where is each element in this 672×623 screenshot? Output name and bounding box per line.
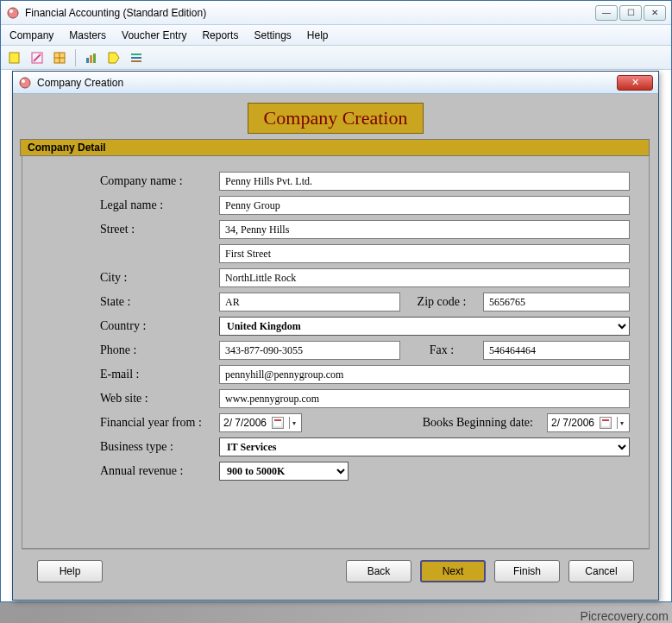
svg-rect-8	[86, 58, 89, 63]
back-button[interactable]: Back	[346, 560, 411, 582]
books-begin-value: 2/ 7/2006	[551, 417, 594, 429]
dialog-title: Company Creation	[37, 77, 617, 89]
svg-rect-14	[131, 60, 141, 62]
menu-help[interactable]: Help	[307, 29, 329, 41]
zip-field[interactable]	[483, 293, 630, 312]
company-name-field[interactable]	[219, 172, 630, 191]
label-email: E-mail :	[100, 368, 212, 381]
svg-rect-20	[602, 419, 609, 421]
books-begin-date[interactable]: 2/ 7/2006 ▾	[547, 413, 630, 432]
label-street: Street :	[100, 223, 212, 236]
biz-type-select[interactable]: IT Services	[219, 437, 630, 456]
svg-point-16	[22, 79, 25, 83]
maximize-button[interactable]: ☐	[619, 5, 642, 21]
svg-rect-10	[93, 53, 96, 63]
app-icon	[6, 6, 20, 20]
menu-company[interactable]: Company	[9, 29, 53, 41]
window-title: Financial Accounting (Standard Edition)	[25, 7, 595, 19]
dialog-close-button[interactable]: ✕	[617, 75, 653, 91]
city-field[interactable]	[219, 268, 630, 287]
svg-rect-9	[90, 55, 92, 63]
svg-rect-12	[131, 53, 141, 55]
label-company-name: Company name :	[100, 174, 212, 188]
menu-reports[interactable]: Reports	[202, 29, 238, 41]
menu-voucher-entry[interactable]: Voucher Entry	[122, 29, 186, 41]
svg-point-1	[9, 9, 13, 13]
close-button[interactable]: ✕	[644, 5, 666, 21]
watermark: Picrecovery.com	[581, 609, 669, 623]
annual-rev-select[interactable]: 900 to 5000K	[219, 462, 349, 481]
main-titlebar: Financial Accounting (Standard Edition) …	[1, 1, 671, 25]
label-phone: Phone :	[100, 343, 212, 357]
tag-icon[interactable]	[105, 49, 122, 66]
svg-point-15	[20, 78, 30, 88]
label-fax: Fax :	[407, 343, 476, 357]
dialog-button-row: Help Back Next Finish Cancel	[22, 549, 650, 593]
menu-masters[interactable]: Masters	[69, 29, 106, 41]
email-field[interactable]	[219, 365, 630, 384]
label-legal-name: Legal name :	[100, 198, 212, 212]
chart-icon[interactable]	[83, 49, 100, 66]
tab-company-detail[interactable]: Company Detail	[20, 139, 650, 156]
calendar-icon[interactable]	[272, 417, 284, 429]
grid-icon[interactable]	[51, 49, 68, 66]
svg-marker-11	[109, 53, 119, 63]
phone-field[interactable]	[219, 341, 400, 360]
toolbar-separator	[75, 49, 76, 66]
window-buttons: — ☐ ✕	[595, 5, 666, 21]
new-file-icon[interactable]	[6, 49, 23, 66]
edit-icon[interactable]	[28, 49, 46, 66]
cancel-button[interactable]: Cancel	[568, 560, 634, 582]
chevron-down-icon[interactable]: ▾	[617, 417, 625, 429]
next-button[interactable]: Next	[420, 560, 486, 582]
form-panel: Company name : Legal name : Street : Cit…	[22, 155, 650, 549]
street1-field[interactable]	[219, 220, 630, 239]
calendar-icon[interactable]	[600, 417, 612, 429]
svg-rect-13	[131, 57, 141, 59]
company-creation-dialog: Company Creation ✕ Company Creation Comp…	[12, 71, 659, 601]
street2-field[interactable]	[219, 244, 630, 263]
label-annual-rev: Annual revenue :	[100, 464, 212, 478]
finish-button[interactable]: Finish	[494, 560, 560, 582]
dialog-body: Company Creation Company Detail Company …	[13, 94, 658, 600]
minimize-button[interactable]: —	[595, 5, 618, 21]
label-books-begin: Books Beginning date:	[309, 416, 540, 430]
dialog-titlebar: Company Creation ✕	[13, 72, 658, 94]
dialog-icon	[18, 76, 32, 90]
svg-rect-2	[9, 53, 19, 63]
state-field[interactable]	[219, 293, 400, 312]
website-field[interactable]	[219, 389, 630, 408]
label-website: Web site :	[100, 392, 212, 406]
fax-field[interactable]	[483, 341, 630, 360]
label-state: State :	[100, 295, 212, 309]
label-city: City :	[100, 271, 212, 285]
menubar: Company Masters Voucher Entry Reports Se…	[1, 25, 671, 46]
chevron-down-icon[interactable]: ▾	[289, 417, 298, 429]
svg-line-4	[34, 54, 41, 61]
menu-settings[interactable]: Settings	[254, 29, 291, 41]
legal-name-field[interactable]	[219, 196, 630, 215]
label-zip: Zip code :	[407, 295, 476, 309]
list-icon[interactable]	[128, 49, 145, 66]
toolbar	[1, 46, 671, 70]
label-biz-type: Business type :	[100, 440, 212, 454]
svg-rect-18	[274, 419, 281, 421]
svg-point-0	[8, 8, 18, 18]
label-country: Country :	[100, 319, 212, 333]
dialog-heading: Company Creation	[248, 103, 424, 134]
country-select[interactable]: United Kingdom	[219, 317, 630, 336]
help-button[interactable]: Help	[37, 560, 103, 582]
fin-from-date[interactable]: 2/ 7/2006 ▾	[219, 413, 302, 432]
fin-from-value: 2/ 7/2006	[223, 417, 267, 429]
label-fin-from: Financial year from :	[100, 416, 212, 430]
